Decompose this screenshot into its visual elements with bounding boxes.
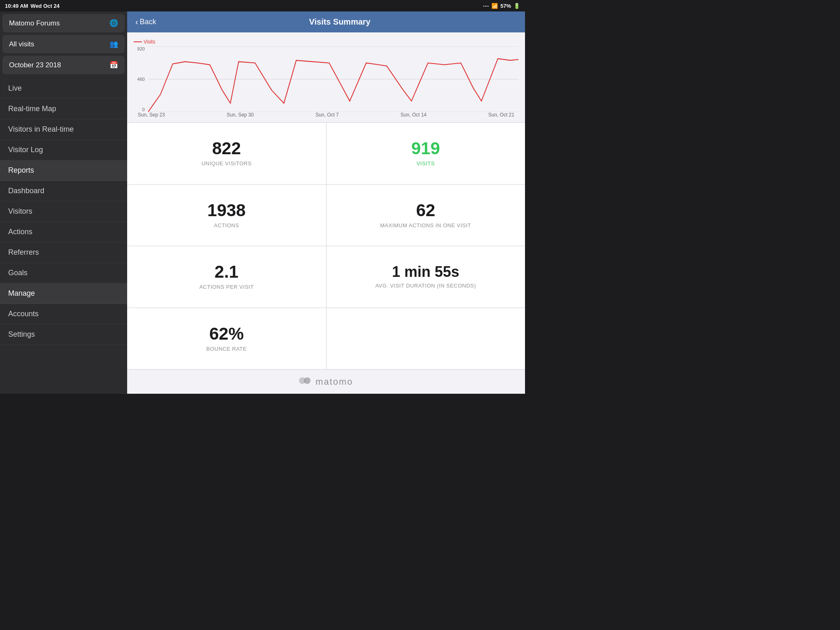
stats-grid: 822 UNIQUE VISITORS 919 VISITS 1938 ACTI… [127, 123, 525, 369]
actions-value: 1938 [208, 202, 246, 219]
wifi-icon: 📶 [491, 3, 498, 9]
stat-max-actions: 62 MAXIMUM ACTIONS IN ONE VISIT [326, 185, 525, 246]
sidebar-item-reports[interactable]: Reports [0, 160, 127, 181]
x-label-sep30: Sun, Sep 30 [227, 112, 254, 118]
avg-visit-duration-value: 1 min 55s [392, 265, 459, 279]
chart-legend: Visits [144, 39, 155, 45]
x-label-sep23: Sun, Sep 23 [138, 112, 165, 118]
visits-value: 919 [411, 140, 440, 157]
chart-area: Visits 920 460 0 [127, 32, 525, 123]
actions-per-visit-value: 2.1 [215, 263, 238, 281]
sidebar-item-settings[interactable]: Settings [0, 324, 127, 345]
x-label-oct14: Sun, Oct 14 [401, 112, 427, 118]
site-selector[interactable]: Matomo Forums 🌐 [2, 14, 125, 32]
battery-display: 57% [500, 3, 511, 9]
globe-icon: 🌐 [110, 19, 118, 27]
svg-point-4 [304, 377, 310, 384]
y-label-460: 460 [134, 77, 145, 82]
date-selector[interactable]: October 23 2018 📅 [2, 56, 125, 74]
x-label-oct7: Sun, Oct 7 [315, 112, 339, 118]
chevron-left-icon: ‹ [135, 17, 138, 27]
unique-visitors-label: UNIQUE VISITORS [201, 160, 251, 167]
sidebar-item-realtime-map[interactable]: Real-time Map [0, 99, 127, 119]
visits-chart [148, 46, 518, 112]
sidebar-item-manage[interactable]: Manage [0, 283, 127, 304]
date-selector-label: October 23 2018 [9, 61, 61, 69]
stat-actions-per-visit: 2.1 ACTIONS PER VISIT [127, 246, 326, 308]
sidebar-item-visitors[interactable]: Visitors [0, 201, 127, 222]
x-label-oct21: Sun, Oct 21 [488, 112, 514, 118]
people-icon: 👥 [110, 40, 118, 48]
actions-per-visit-label: ACTIONS PER VISIT [199, 284, 254, 290]
sidebar: Matomo Forums 🌐 All visits 👥 October 23 … [0, 11, 127, 394]
content-area: ‹ Back Visits Summary Visits 920 460 0 [127, 11, 525, 394]
page-title: Visits Summary [163, 17, 517, 27]
chart-container: 920 460 0 Sun, Sep 23 Sun, [134, 46, 518, 123]
stat-empty [326, 308, 525, 370]
bounce-rate-value: 62% [209, 325, 244, 342]
y-label-0: 0 [134, 107, 145, 112]
matomo-logo-icon [299, 376, 311, 387]
site-selector-label: Matomo Forums [9, 19, 60, 27]
back-button[interactable]: ‹ Back [135, 17, 156, 27]
sidebar-item-live[interactable]: Live [0, 78, 127, 99]
matomo-icon-svg [299, 376, 311, 385]
max-actions-value: 62 [416, 202, 435, 219]
max-actions-label: MAXIMUM ACTIONS IN ONE VISIT [380, 222, 471, 228]
back-label: Back [140, 18, 156, 26]
stat-unique-visitors: 822 UNIQUE VISITORS [127, 123, 326, 184]
sidebar-item-visitors-realtime[interactable]: Visitors in Real-time [0, 119, 127, 140]
sidebar-item-dashboard[interactable]: Dashboard [0, 181, 127, 201]
sidebar-item-actions[interactable]: Actions [0, 222, 127, 242]
stat-visits: 919 VISITS [326, 123, 525, 184]
sidebar-item-visitor-log[interactable]: Visitor Log [0, 140, 127, 160]
stat-bounce-rate: 62% BOUNCE RATE [127, 308, 326, 370]
actions-label: ACTIONS [214, 222, 239, 228]
status-bar: 10:49 AM Wed Oct 24 ···· 📶 57% 🔋 [0, 0, 525, 11]
unique-visitors-value: 822 [212, 140, 241, 157]
signal-icon: ···· [483, 3, 489, 9]
calendar-icon: 📅 [110, 61, 118, 69]
y-label-920: 920 [134, 46, 145, 51]
visits-selector-label: All visits [9, 40, 34, 48]
sidebar-item-accounts[interactable]: Accounts [0, 304, 127, 324]
avg-visit-duration-label: AVG. VISIT DURATION (IN SECONDS) [375, 283, 476, 289]
bounce-rate-label: BOUNCE RATE [206, 346, 247, 352]
chart-x-labels: Sun, Sep 23 Sun, Sep 30 Sun, Oct 7 Sun, … [134, 112, 518, 118]
matomo-logo-text: matomo [315, 377, 353, 387]
visits-label: VISITS [417, 160, 435, 167]
stat-actions: 1938 ACTIONS [127, 185, 326, 246]
visits-selector[interactable]: All visits 👥 [2, 35, 125, 53]
content-header: ‹ Back Visits Summary [127, 11, 525, 32]
time-display: 10:49 AM [5, 3, 28, 9]
stat-avg-visit-duration: 1 min 55s AVG. VISIT DURATION (IN SECOND… [326, 246, 525, 308]
date-display: Wed Oct 24 [31, 3, 60, 9]
logo-footer: matomo [127, 369, 525, 394]
sidebar-item-goals[interactable]: Goals [0, 263, 127, 283]
sidebar-item-referrers[interactable]: Referrers [0, 242, 127, 263]
battery-icon: 🔋 [514, 3, 520, 9]
